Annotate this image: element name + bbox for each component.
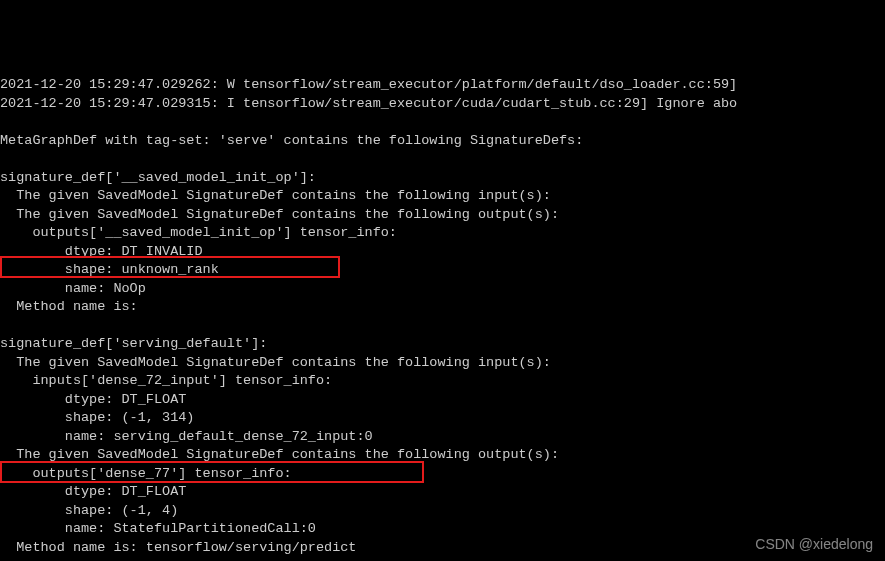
terminal-line: The given SavedModel SignatureDef contai… [0, 354, 885, 373]
terminal-line: outputs['__saved_model_init_op'] tensor_… [0, 224, 885, 243]
terminal-line: signature_def['serving_default']: [0, 335, 885, 354]
terminal-line [0, 557, 885, 561]
terminal-line: The given SavedModel SignatureDef contai… [0, 206, 885, 225]
terminal-line: 2021-12-20 15:29:47.029262: W tensorflow… [0, 76, 885, 95]
watermark: CSDN @xiedelong [755, 535, 873, 554]
terminal-line: shape: (-1, 4) [0, 502, 885, 521]
terminal-line: name: serving_default_dense_72_input:0 [0, 428, 885, 447]
terminal-line: dtype: DT_INVALID [0, 243, 885, 262]
terminal-line: dtype: DT_FLOAT [0, 391, 885, 410]
terminal-line: dtype: DT_FLOAT [0, 483, 885, 502]
terminal-line: outputs['dense_77'] tensor_info: [0, 465, 885, 484]
terminal-line [0, 150, 885, 169]
terminal-line [0, 113, 885, 132]
terminal-line: Method name is: tensorflow/serving/predi… [0, 539, 885, 558]
terminal-line: Method name is: [0, 298, 885, 317]
terminal-line: shape: unknown_rank [0, 261, 885, 280]
terminal-line [0, 317, 885, 336]
terminal-line: inputs['dense_72_input'] tensor_info: [0, 372, 885, 391]
terminal-line: shape: (-1, 314) [0, 409, 885, 428]
terminal-line: MetaGraphDef with tag-set: 'serve' conta… [0, 132, 885, 151]
terminal-line: The given SavedModel SignatureDef contai… [0, 446, 885, 465]
terminal-line: The given SavedModel SignatureDef contai… [0, 187, 885, 206]
terminal-line: 2021-12-20 15:29:47.029315: I tensorflow… [0, 95, 885, 114]
terminal-line: signature_def['__saved_model_init_op']: [0, 169, 885, 188]
terminal-line: name: NoOp [0, 280, 885, 299]
terminal-line: name: StatefulPartitionedCall:0 [0, 520, 885, 539]
terminal-output: 2021-12-20 15:29:47.029262: W tensorflow… [0, 76, 885, 561]
